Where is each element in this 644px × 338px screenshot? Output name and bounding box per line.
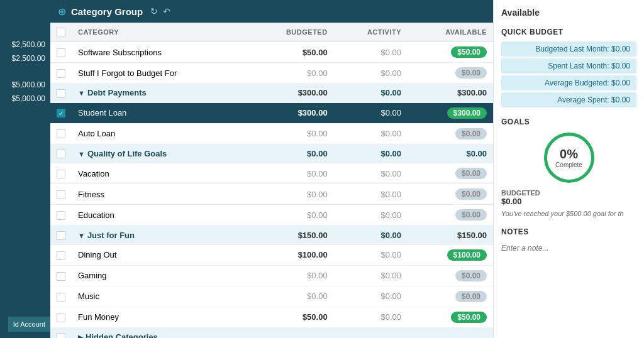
row-budgeted[interactable]: $0.00 <box>248 144 334 163</box>
row-name: Auto Loan <box>72 123 248 144</box>
notes-section: NOTES <box>501 227 636 255</box>
row-checkbox[interactable] <box>57 251 65 260</box>
table-row[interactable]: Gaming$0.00$0.00$0.00 <box>50 265 493 286</box>
table-row[interactable]: ✓Student Loan$300.00$0.00$300.00 <box>50 102 493 123</box>
row-available: $100.00 <box>408 244 493 265</box>
main-content: ⊕ Category Group ↻ ↶ CATEGORY BUDGETED A… <box>50 0 493 338</box>
group-collapse-arrow[interactable]: ▼ <box>78 89 85 97</box>
table-row[interactable]: Stuff I Forgot to Budget For$0.00$0.00$0… <box>50 63 493 84</box>
notes-input[interactable] <box>501 241 636 255</box>
add-account-button[interactable]: Id Account <box>8 317 50 332</box>
table-row[interactable]: ▶Hidden Categories <box>50 327 493 338</box>
row-budgeted[interactable]: $50.00 <box>248 42 334 63</box>
row-budgeted[interactable]: $300.00 <box>248 102 334 123</box>
table-row[interactable]: ▼Just for Fun$150.00$0.00$150.00 <box>50 226 493 245</box>
row-budgeted[interactable]: $0.00 <box>248 265 334 286</box>
category-name: Music <box>78 292 99 301</box>
row-checkbox[interactable] <box>57 129 65 138</box>
row-checkbox-cell <box>50 144 72 163</box>
category-name: Stuff I Forgot to Budget For <box>78 68 177 78</box>
group-collapse-arrow[interactable]: ▼ <box>78 232 85 239</box>
goals-complete-label: Complete <box>555 161 582 168</box>
row-checkbox-cell <box>50 84 72 103</box>
table-row[interactable]: Education$0.00$0.00$0.00 <box>50 205 493 226</box>
row-checkbox[interactable] <box>57 272 65 281</box>
refresh-icon[interactable]: ↻ <box>150 6 158 16</box>
table-row[interactable]: Fitness$0.00$0.00$0.00 <box>50 184 493 205</box>
row-checkbox[interactable] <box>57 150 65 158</box>
row-checkbox[interactable]: ✓ <box>57 109 65 117</box>
row-budgeted[interactable]: $0.00 <box>248 163 334 184</box>
quick-budget-item[interactable]: Average Budgeted: $0.00 <box>501 75 636 90</box>
row-budgeted[interactable]: $0.00 <box>248 123 334 144</box>
row-checkbox[interactable] <box>57 48 65 57</box>
table-row[interactable]: ▼Debt Payments$300.00$0.00$300.00 <box>50 84 493 103</box>
row-name: ▼Quality of Life Goals <box>72 144 248 163</box>
row-activity <box>334 327 408 338</box>
table-row[interactable]: Music$0.00$0.00$0.00 <box>50 286 493 307</box>
row-budgeted[interactable]: $0.00 <box>248 184 334 205</box>
quick-budget-item[interactable]: Spent Last Month: $0.00 <box>501 58 636 74</box>
row-checkbox[interactable] <box>57 211 65 220</box>
row-available: $0.00 <box>408 184 493 205</box>
table-row[interactable]: ▼Quality of Life Goals$0.00$0.00$0.00 <box>50 144 493 163</box>
row-budgeted[interactable]: $0.00 <box>248 205 334 226</box>
header-budgeted: BUDGETED <box>248 23 334 42</box>
table-row[interactable]: Fun Money$50.00$0.00$50.00 <box>50 307 493 327</box>
row-checkbox[interactable] <box>57 313 65 322</box>
budgeted-label: BUDGETED <box>501 189 636 197</box>
row-available: $0.00 <box>408 163 493 184</box>
table-row[interactable]: Vacation$0.00$0.00$0.00 <box>50 163 493 184</box>
row-name: Fun Money <box>72 307 248 327</box>
select-all-checkbox[interactable] <box>57 28 65 36</box>
undo-icon[interactable]: ↶ <box>163 6 170 16</box>
available-badge-gray: $0.00 <box>455 209 487 221</box>
row-budgeted[interactable] <box>248 327 334 338</box>
row-checkbox-cell <box>50 205 72 226</box>
row-activity: $0.00 <box>334 123 408 144</box>
row-budgeted[interactable]: $0.00 <box>248 286 334 307</box>
sidebar-amount-3: $5,000.00 <box>0 78 50 92</box>
row-budgeted[interactable]: $100.00 <box>248 244 334 265</box>
row-checkbox[interactable] <box>57 89 65 98</box>
row-activity: $0.00 <box>334 63 408 84</box>
row-budgeted[interactable]: $0.00 <box>248 63 334 84</box>
page-title: Category Group <box>71 6 143 17</box>
table-row[interactable]: Software Subscriptions$50.00$0.00$50.00 <box>50 42 493 63</box>
quick-budget-item[interactable]: Average Spent: $0.00 <box>501 92 636 107</box>
row-available: $0.00 <box>408 144 493 163</box>
group-collapse-arrow[interactable]: ▼ <box>78 150 85 158</box>
goals-section: GOALS 0% Complete BUDGETED $0.00 You've … <box>501 117 636 217</box>
row-checkbox-cell <box>50 63 72 84</box>
available-badge-green: $100.00 <box>447 249 487 261</box>
row-checkbox[interactable] <box>57 170 65 178</box>
row-checkbox[interactable] <box>57 69 65 78</box>
row-name: Fitness <box>72 184 248 205</box>
row-checkbox-cell <box>50 244 72 265</box>
row-budgeted[interactable]: $50.00 <box>248 307 334 327</box>
row-available: $0.00 <box>408 63 493 84</box>
row-checkbox[interactable] <box>57 293 65 302</box>
row-checkbox[interactable] <box>57 190 65 199</box>
row-available: $0.00 <box>408 265 493 286</box>
quick-budget-item[interactable]: Budgeted Last Month: $0.00 <box>501 41 636 57</box>
row-available: $50.00 <box>408 42 493 63</box>
header-category: CATEGORY <box>72 23 248 42</box>
table-row[interactable]: Dining Out$100.00$0.00$100.00 <box>50 244 493 265</box>
row-checkbox[interactable] <box>57 333 65 338</box>
notes-title: NOTES <box>501 227 636 236</box>
available-section: Available <box>501 8 636 18</box>
goals-circle-container: 0% Complete <box>501 133 636 183</box>
budgeted-value: $0.00 <box>501 197 636 206</box>
table-row[interactable]: Auto Loan$0.00$0.00$0.00 <box>50 123 493 144</box>
row-budgeted[interactable]: $300.00 <box>248 84 334 103</box>
row-checkbox[interactable] <box>57 231 65 240</box>
row-budgeted[interactable]: $150.00 <box>248 226 334 245</box>
category-name: Vacation <box>78 169 109 178</box>
group-collapse-arrow[interactable]: ▶ <box>78 334 83 338</box>
table-header: CATEGORY BUDGETED ACTIVITY AVAILABLE <box>50 23 493 42</box>
row-checkbox-cell <box>50 307 72 327</box>
row-available: $0.00 <box>408 123 493 144</box>
row-name: Dining Out <box>72 244 248 265</box>
row-name: ▶Hidden Categories <box>72 327 248 338</box>
